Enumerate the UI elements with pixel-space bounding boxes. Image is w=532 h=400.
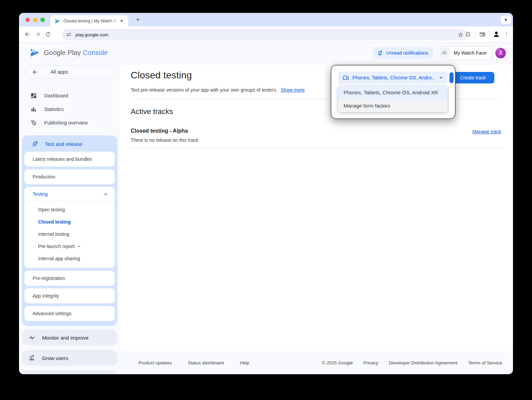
footer-copyright: © 2025 Google [322, 360, 353, 365]
sparkle-icon[interactable]: ✦ [501, 16, 511, 24]
browser-window: Closed testing | My Watch Fac ✕ + ✦ [19, 13, 513, 374]
all-apps-button[interactable]: All apps [24, 65, 117, 79]
sidebar-item-internal-app-sharing[interactable]: Internal app sharing [24, 252, 115, 265]
dashboard-icon [30, 92, 37, 99]
form-factor-dropdown[interactable]: Phones, Tablets, Chrome OS, Andro... [338, 72, 447, 84]
card-label: Advanced settings [33, 311, 71, 316]
app-selector[interactable]: My Watch Face [437, 46, 492, 60]
card-label: Production [33, 174, 55, 179]
footer-link-privacy[interactable]: Privacy [363, 360, 378, 365]
sidebar-item-label: Statistics [44, 107, 64, 112]
testing-card: Testing Open testing Closed testing [24, 187, 115, 268]
sidebar-item-partial[interactable] [22, 370, 117, 374]
sidebar-item-statistics[interactable]: Statistics [24, 102, 117, 116]
zoom-window-button[interactable] [40, 18, 45, 22]
create-track-button[interactable]: Create track [452, 72, 494, 83]
track-name: Closed testing - Alpha [131, 128, 188, 134]
sidebar-item-label: Monitor and improve [42, 335, 89, 341]
sidebar-item-publishing-overview[interactable]: Publishing overview [24, 116, 117, 130]
minimize-window-button[interactable] [33, 18, 37, 22]
sidebar-item-open-testing[interactable]: Open testing [24, 204, 115, 216]
close-window-button[interactable] [25, 18, 30, 22]
sidebar-item-test-and-release[interactable]: Test and release [24, 136, 115, 152]
logo-text-console: Console [83, 49, 108, 57]
chevron-up-icon [103, 191, 109, 197]
show-more-link[interactable]: Show more [281, 87, 305, 93]
divider [131, 148, 502, 148]
devices-icon [342, 74, 349, 81]
tab-close-icon[interactable]: ✕ [118, 18, 125, 24]
form-factor-overlay: Phones, Tablets, Chrome OS, Andro... Pho… [331, 65, 456, 119]
menu-item-phones-tablets[interactable]: Phones, Tablets, Chrome OS, Android XR [338, 86, 447, 99]
create-track-edge [450, 72, 454, 83]
reload-icon[interactable] [43, 29, 53, 39]
footer-link-status-dashboard[interactable]: Status dashboard [188, 360, 224, 365]
sidebar-item-label: Dashboard [44, 93, 68, 98]
active-tracks-title: Active tracks [131, 107, 173, 116]
play-console-logo[interactable]: Google Play Console [30, 47, 108, 58]
play-logo-icon [30, 47, 40, 58]
site-settings-icon[interactable] [66, 32, 72, 38]
notification-bell-icon [377, 50, 383, 56]
forward-icon[interactable] [33, 29, 43, 39]
footer-link-tos[interactable]: Terms of Service [468, 360, 502, 365]
console-header: Google Play Console Unread notifications [19, 43, 513, 64]
url-text: play.google.com [75, 32, 457, 37]
page-description: Test pre-release versions of your app wi… [131, 87, 305, 93]
play-console-favicon [55, 18, 60, 24]
new-tab-button[interactable]: + [133, 15, 143, 24]
menu-item-manage-form-factors[interactable]: Manage form factors [338, 99, 447, 112]
account-avatar[interactable] [495, 48, 506, 58]
page-title: Closed testing [131, 70, 192, 81]
browser-profile-avatar[interactable] [492, 30, 501, 39]
browser-toolbar: play.google.com [19, 26, 513, 42]
sidebar-item-pre-launch-report[interactable]: Pre-launch report [24, 240, 115, 252]
sidebar-item-grow-users[interactable]: Grow users [22, 350, 117, 366]
sidebar-item-pre-registration[interactable]: Pre-registration [24, 271, 115, 286]
unread-notifications-button[interactable]: Unread notifications [372, 47, 434, 59]
footer-link-dda[interactable]: Developer Distribution Agreement [389, 360, 458, 365]
testing-label: Testing [33, 191, 48, 197]
tab-title: Closed testing | My Watch Fac [63, 19, 118, 23]
item-label: Internal app sharing [38, 256, 80, 261]
test-and-release-group: Test and release Latest releases and bun… [22, 135, 117, 326]
manage-track-link[interactable]: Manage track [472, 129, 501, 134]
track-status: There is no release on this track [131, 137, 198, 143]
all-apps-label: All apps [51, 69, 68, 75]
sidebar-item-monitor-and-improve[interactable]: Monitor and improve [22, 330, 117, 345]
extensions-icon[interactable] [463, 29, 473, 39]
menu-item-label: Manage form factors [344, 103, 390, 109]
card-label: App integrity [33, 293, 59, 299]
footer-link-product-updates[interactable]: Product updates [139, 360, 172, 365]
sidebar-item-testing[interactable]: Testing [24, 187, 115, 202]
form-factor-menu: Phones, Tablets, Chrome OS, Android XR M… [338, 86, 447, 112]
unread-notifications-label: Unread notifications [386, 50, 428, 56]
sidebar-item-internal-testing[interactable]: Internal testing [24, 228, 115, 240]
chevron-down-icon [77, 244, 81, 249]
item-label: Closed testing [38, 219, 71, 225]
play-console-app: Google Play Console Unread notifications [19, 43, 513, 374]
card-label: Pre-registration [33, 275, 65, 281]
back-arrow-icon [32, 69, 38, 75]
back-icon[interactable] [22, 29, 33, 39]
sidebar-item-dashboard[interactable]: Dashboard [24, 89, 117, 102]
browser-menu-icon[interactable]: ⋮ [503, 31, 510, 38]
sidebar-item-app-integrity[interactable]: App integrity [24, 288, 115, 303]
footer-link-help[interactable]: Help [240, 360, 249, 365]
address-bar[interactable]: play.google.com [62, 29, 467, 40]
statistics-icon [30, 106, 37, 113]
browser-tab[interactable]: Closed testing | My Watch Fac ✕ [50, 15, 128, 26]
item-label: Open testing [38, 207, 65, 212]
search-tabs-icon[interactable] [477, 29, 488, 39]
sidebar-item-latest-releases[interactable]: Latest releases and bundles [24, 152, 115, 167]
sidebar-item-closed-testing[interactable]: Closed testing [24, 216, 115, 228]
menu-item-label: Phones, Tablets, Chrome OS, Android XR [344, 90, 438, 95]
sidebar-item-production[interactable]: Production [24, 169, 115, 184]
description-text: Test pre-release versions of your app wi… [131, 87, 277, 93]
dropdown-caret-icon [438, 75, 444, 81]
logo-text-google-play: Google Play [44, 49, 81, 57]
item-label: Pre-launch report [38, 244, 75, 249]
sidebar-item-advanced-settings[interactable]: Advanced settings [24, 306, 115, 321]
rocket-icon [31, 140, 38, 148]
sidebar-item-label: Publishing overview [44, 120, 88, 126]
